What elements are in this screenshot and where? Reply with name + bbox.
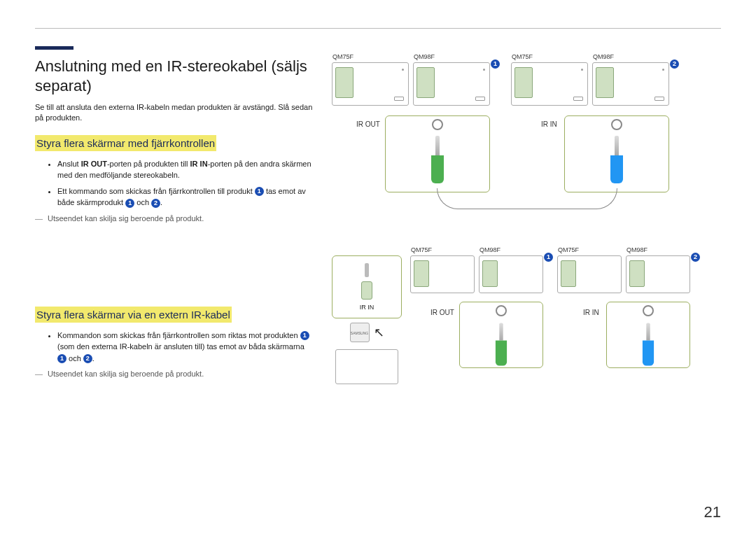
text: Anslut bbox=[57, 160, 81, 168]
cable-icon bbox=[437, 188, 617, 209]
badge-2-icon: 2 bbox=[691, 253, 700, 262]
port-icon bbox=[611, 119, 622, 130]
blue-plug-icon bbox=[640, 323, 656, 365]
screen-pair-1: QM75F QM98F 1 bbox=[332, 62, 490, 106]
section1-bullet-1: Anslut IR OUT-porten på produkten till I… bbox=[57, 158, 315, 181]
green-plug-icon bbox=[493, 323, 509, 365]
screen-qm75f: QM75F bbox=[557, 255, 622, 293]
arrow-icon: ↖ bbox=[374, 325, 384, 340]
badge-2-icon: 2 bbox=[83, 354, 92, 363]
page-title: Anslutning med en IR-stereokabel (säljs … bbox=[35, 57, 315, 95]
text: (som den externa IR-kabeln är ansluten t… bbox=[57, 342, 304, 351]
blue-plug-icon bbox=[608, 136, 625, 183]
text: . bbox=[160, 198, 162, 206]
mini-body-icon bbox=[361, 281, 372, 300]
text: -porten på produkten till bbox=[107, 160, 190, 168]
section2-bullet-1: Kommandon som skickas från fjärrkontroll… bbox=[57, 330, 315, 365]
badge-2-icon: 2 bbox=[670, 59, 679, 69]
screen-qm75f: QM75F bbox=[511, 62, 588, 106]
ir-in-port-box: IR IN bbox=[564, 115, 669, 192]
section2-note: Utseendet kan skilja sig beroende på pro… bbox=[48, 370, 315, 378]
ir-out-label: IR OUT bbox=[430, 309, 454, 316]
model-label: QM75F bbox=[332, 53, 354, 60]
badge-2-icon: 2 bbox=[151, 199, 160, 208]
ir-in-port-box: IR IN bbox=[606, 302, 690, 368]
bold-ir-in: IR IN bbox=[190, 160, 208, 168]
screen-pair-2: QM75F QM98F 2 bbox=[557, 255, 690, 293]
screen-pair-1: QM75F QM98F 1 bbox=[410, 255, 543, 293]
screen-qm98f: QM98F bbox=[413, 62, 490, 106]
model-label: QM98F bbox=[414, 53, 435, 60]
text: och bbox=[134, 198, 151, 206]
screen-qm75f: QM75F bbox=[410, 255, 475, 293]
badge-1-icon: 1 bbox=[544, 253, 553, 262]
section1-heading: Styra flera skärmar med fjärrkontrollen bbox=[35, 135, 216, 151]
model-label: QM98F bbox=[626, 246, 648, 253]
diagram-2: IR IN SAMSUNG ↖ QM75F bbox=[332, 255, 721, 384]
ir-in-label: IR IN bbox=[541, 120, 557, 128]
badge-1-icon: 1 bbox=[57, 354, 66, 363]
ir-out-label: IR OUT bbox=[356, 120, 380, 128]
screen-qm98f: QM98F bbox=[626, 255, 690, 293]
badge-1-icon: 1 bbox=[491, 59, 500, 69]
ir-in-label: IR IN bbox=[360, 304, 374, 311]
ir-receiver-box: IR IN bbox=[332, 255, 402, 318]
page-number: 21 bbox=[704, 503, 721, 521]
screen-qm75f: QM75F bbox=[332, 62, 409, 106]
section2-heading: Styra flera skärmar via en extern IR-kab… bbox=[35, 307, 232, 323]
section1-note: Utseendet kan skilja sig beroende på pro… bbox=[48, 214, 315, 223]
screen-qm98f: QM98F bbox=[479, 255, 543, 293]
ir-in-label: IR IN bbox=[583, 309, 599, 316]
model-label: QM75F bbox=[558, 246, 579, 253]
remote-control-icon bbox=[335, 349, 398, 384]
badge-1-icon: 1 bbox=[255, 187, 264, 196]
bold-ir-out: IR OUT bbox=[81, 160, 107, 168]
model-label: QM75F bbox=[411, 246, 432, 253]
model-label: QM98F bbox=[593, 53, 614, 60]
badge-1-icon: 1 bbox=[300, 331, 309, 340]
text: Ett kommando som skickas från fjärrkontr… bbox=[57, 187, 255, 195]
section1-bullet-2: Ett kommando som skickas från fjärrkontr… bbox=[57, 185, 315, 209]
port-icon bbox=[643, 305, 654, 316]
ir-out-port-box: IR OUT bbox=[459, 302, 543, 368]
port-icon bbox=[432, 119, 443, 130]
section-indent-mark bbox=[35, 46, 74, 50]
ir-out-port-box: IR OUT bbox=[385, 115, 490, 192]
right-column: QM75F QM98F 1 QM75F QM98F bbox=[332, 57, 721, 412]
model-label: QM98F bbox=[479, 246, 500, 253]
intro-text: Se till att ansluta den externa IR-kabel… bbox=[35, 102, 315, 124]
port-icon bbox=[496, 305, 507, 316]
green-plug-icon bbox=[429, 136, 446, 183]
left-column: Anslutning med en IR-stereokabel (säljs … bbox=[35, 57, 315, 412]
text: Kommandon som skickas från fjärrkontroll… bbox=[57, 331, 300, 339]
samsung-chip-icon: SAMSUNG bbox=[350, 323, 370, 342]
diagram-1: QM75F QM98F 1 QM75F QM98F bbox=[332, 62, 721, 192]
screen-pair-2: QM75F QM98F 2 bbox=[511, 62, 669, 106]
mini-plug-icon bbox=[365, 263, 369, 277]
badge-1-icon: 1 bbox=[125, 199, 134, 208]
text: . bbox=[92, 354, 94, 363]
screen-qm98f: QM98F bbox=[592, 62, 669, 106]
model-label: QM75F bbox=[512, 53, 533, 60]
text: och bbox=[66, 354, 83, 363]
